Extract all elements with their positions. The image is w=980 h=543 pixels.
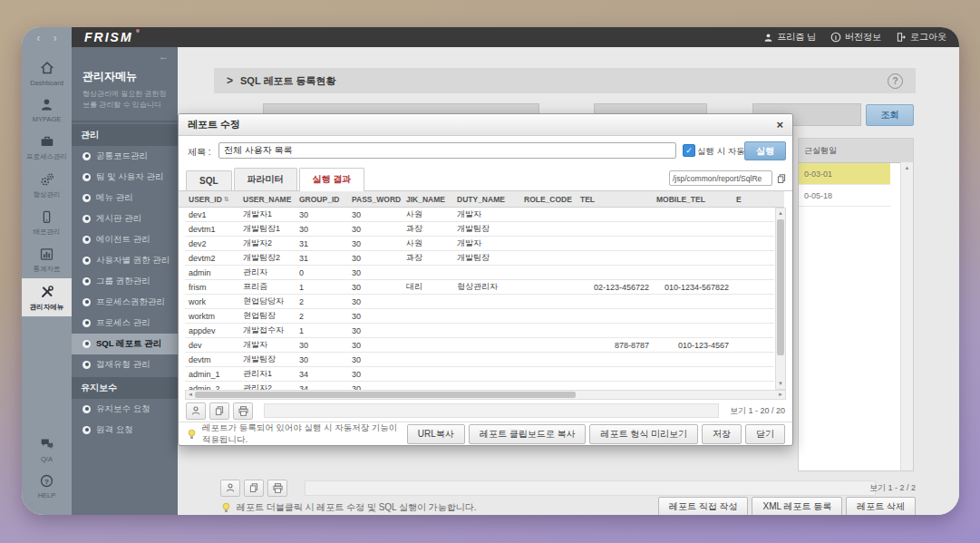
back-arrow-icon[interactable]: ‹ [36,32,40,44]
report-row[interactable]: 0-05-18 [799,185,890,207]
admin-menu-item[interactable]: 팀 및 사용자 관리 [72,167,178,188]
panel-collapse-arrow-icon[interactable]: ← [72,47,178,62]
tab-param[interactable]: 파라미터 [234,168,297,190]
modal-action-button-4[interactable]: 닫기 [745,424,785,444]
report-row[interactable]: 0-03-01 [799,163,890,185]
modal-action-button-0[interactable]: URL복사 [407,424,465,444]
admin-menu-item[interactable]: SQL 레포트 관리 [72,334,178,354]
admin-menu-item[interactable]: 공통코드관리 [72,146,178,167]
column-header[interactable]: DUTY_NAME [453,191,520,207]
table-row[interactable]: admin_2관리자23430 [185,382,774,390]
sidebar-item-process[interactable]: 프로세스관리 [22,128,72,166]
copy-icon[interactable] [209,402,229,420]
admin-menu-item[interactable]: 프로세스권한관리 [72,292,178,313]
modal-action-button-1[interactable]: 레포트 클립보드로 복사 [469,424,587,444]
tab-sql[interactable]: SQL [186,170,232,190]
table-cell: 30 [348,237,403,250]
admin-menu-item[interactable]: 에이전트 관리 [72,229,178,250]
admin-menu-item[interactable]: 게시판 관리 [72,208,178,229]
table-row[interactable]: worktm현업팀장230 [185,309,774,324]
scroll-thumb[interactable] [777,219,784,355]
copy-path-icon[interactable] [774,170,788,186]
table-row[interactable]: work현업담당자230 [185,295,774,309]
autosave-checkbox[interactable]: ✓ [683,144,695,157]
scroll-down-icon[interactable]: ▼ [776,379,785,389]
table-row[interactable]: dev개발자3030878-8787010-123-4567 [185,338,774,353]
sidebar-item-stats[interactable]: 통계자료 [22,241,72,278]
main-action-button-2[interactable]: 레포트 삭제 [846,497,916,515]
modal-action-button-2[interactable]: 레포트 형식 미리보기 [589,424,698,444]
table-row[interactable]: appdev개발접수자130 [185,324,774,338]
table-row[interactable]: admin_1관리자13430 [185,367,774,382]
admin-menu-item[interactable]: 메뉴 관리 [72,188,178,208]
sidebar-item-deploy[interactable]: 배포관리 [22,204,72,241]
scroll-left-icon[interactable]: ◄ [188,391,193,399]
horizontal-scrollbar[interactable]: ◄ ► [185,390,786,400]
report-path-input[interactable]: /jsp/common/report/SqlRe [669,170,772,186]
version-info-button[interactable]: i버전정보 [830,31,881,44]
table-cell: 010-123-4567 [653,338,733,352]
table-row[interactable]: devtm2개발팀장23130과장개발팀장 [185,251,774,266]
column-header[interactable]: JIK_NAME [403,191,453,207]
admin-menu-item[interactable]: 사용자별 권한 관리 [72,250,178,271]
column-header[interactable]: E [733,191,749,207]
main-action-button-1[interactable]: XML 레포트 등록 [752,497,842,515]
print-icon[interactable] [233,402,253,420]
logout-button[interactable]: 로그아웃 [896,31,946,44]
sidebar-item-adminmenu[interactable]: 관리자메뉴 [22,278,72,316]
column-header[interactable]: MOBILE_TEL [653,191,733,207]
scroll-thumb[interactable] [195,392,576,398]
close-icon[interactable]: × [776,119,783,131]
tab-bar: SQL파라미터실행 결과 /jsp/common/report/SqlRe [179,167,792,191]
scroll-right-icon[interactable]: ► [778,391,783,399]
column-header[interactable]: GROUP_ID [296,191,348,207]
table-cell: 개발자1 [239,208,296,221]
dialog-header[interactable]: 레포트 수정 × [179,114,792,136]
column-header-lastrun[interactable]: 근실행일 [799,139,913,163]
forward-arrow-icon[interactable]: › [53,32,57,44]
search-button[interactable]: 조회 [866,104,914,126]
mobile-icon [39,209,54,225]
admin-menu-item[interactable]: 프로세스 관리 [72,313,178,334]
table-cell: devtm2 [185,251,239,265]
user-list-icon[interactable] [186,402,206,420]
column-header[interactable]: USER_ID⇅ [185,191,239,207]
table-row[interactable]: dev1개발자13030사원개발자 [185,208,774,222]
vertical-scrollbar[interactable]: ▲ ▼ [775,208,786,390]
user-list-icon[interactable] [220,480,240,497]
scroll-up-icon[interactable]: ▲ [776,208,785,218]
table-row[interactable]: frism프리즘130대리형상관리자02-123-456722010-1234-… [185,280,774,295]
user-menu[interactable]: 프리즘 님 [763,31,816,44]
sidebar-item-config[interactable]: 형상관리 [22,166,72,204]
table-row[interactable]: dev2개발자23130사원개발자 [185,237,774,251]
bullet-icon [82,194,91,202]
help-icon[interactable]: ? [888,73,903,89]
table-row[interactable]: devtm1개발팀장13030과장개발팀장 [185,222,774,237]
admin-menu-item[interactable]: 유지보수 요청 [72,399,178,420]
sidebar-item-dashboard[interactable]: Dashboard [22,54,72,92]
report-title-input[interactable] [218,142,676,159]
column-header[interactable]: PASS_WORD [348,191,403,207]
scroll-up-icon[interactable]: ▲ [905,165,910,170]
table-cell [520,208,577,221]
sidebar-item-qa[interactable]: Q/A [22,431,72,468]
sidebar-item-help[interactable]: ?HELP [22,468,72,504]
table-row[interactable]: devtm개발팀장3030 [185,353,774,367]
list-scrollbar[interactable]: ▲ [900,162,913,470]
print-icon[interactable] [267,480,287,497]
modal-action-button-3[interactable]: 저장 [702,424,742,444]
main-action-button-0[interactable]: 레포트 직접 작성 [658,497,749,515]
sort-icon: ⇅ [224,196,229,203]
column-header[interactable]: TEL [577,191,653,207]
table-row[interactable]: admin관리자030 [185,266,774,280]
admin-menu-item[interactable]: 결재유형 관리 [72,354,178,375]
run-button[interactable]: 실행 [744,141,786,160]
sidebar-item-mypage[interactable]: MYPAGE [22,92,72,128]
admin-menu-item[interactable]: 그룹 권한관리 [72,271,178,292]
admin-menu-item[interactable]: 원격 요청 [72,420,178,441]
top-bar: FRISM 프리즘 님 i버전정보 로그아웃 [72,27,959,47]
tab-result[interactable]: 실행 결과 [299,168,365,191]
column-header[interactable]: ROLE_CODE [520,191,577,207]
column-header[interactable]: USER_NAME [239,191,296,207]
copy-icon[interactable] [244,480,264,497]
